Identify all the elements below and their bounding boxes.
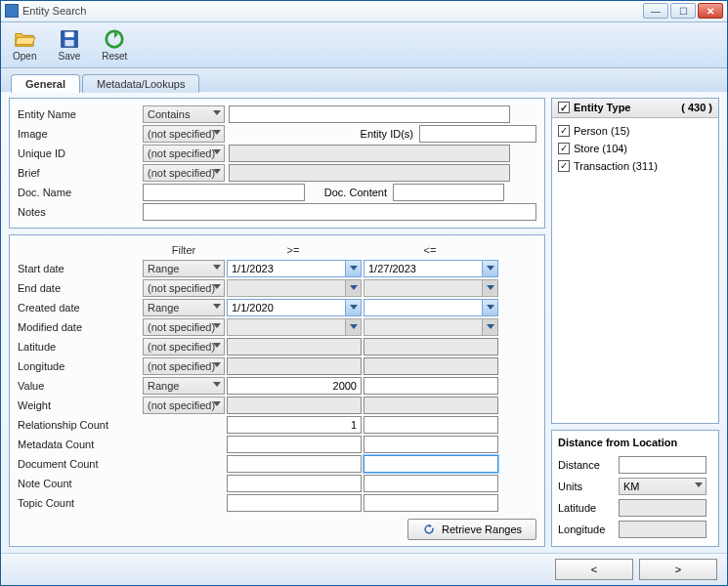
range-label: Created date	[18, 302, 143, 314]
chevron-down-icon	[213, 304, 221, 309]
num-le-input	[364, 397, 498, 414]
checkbox-icon[interactable]: ✓	[558, 160, 570, 172]
le-header: <=	[362, 244, 498, 256]
unique-id-filter[interactable]: (not specified)	[143, 145, 225, 162]
num-ge-input[interactable]	[227, 475, 362, 492]
date-ge-input[interactable]: 1/1/2020	[227, 299, 362, 316]
entity-type-item[interactable]: ✓Store (104)	[558, 140, 712, 157]
distance-label: Distance	[558, 459, 619, 471]
entity-ids-label: Entity ID(s)	[345, 128, 419, 140]
num-le-input[interactable]	[364, 377, 498, 395]
range-filter-select[interactable]: (not specified)	[143, 318, 225, 336]
chevron-down-icon[interactable]	[345, 300, 361, 315]
date-le-input	[364, 279, 498, 297]
entity-type-count: ( 430 )	[681, 102, 712, 113]
num-le-input[interactable]	[364, 494, 498, 512]
entity-ids-input[interactable]	[419, 125, 536, 143]
entity-name-filter[interactable]: Contains	[143, 105, 225, 123]
entity-type-all-checkbox[interactable]: ✓	[558, 102, 570, 113]
range-label: Document Count	[18, 458, 143, 470]
doc-name-input[interactable]	[143, 184, 305, 201]
range-filter-select[interactable]: Range	[143, 260, 225, 277]
left-column: Entity Name Contains Image (not specifie…	[9, 98, 545, 547]
range-label: Modified date	[18, 321, 143, 333]
folder-open-icon	[14, 28, 35, 50]
range-header: Filter >= <=	[18, 241, 536, 259]
range-label: Value	[18, 380, 143, 392]
entity-type-header: ✓ Entity Type ( 430 )	[552, 99, 718, 118]
num-ge-input[interactable]	[227, 377, 362, 395]
save-button[interactable]: Save	[52, 26, 86, 63]
date-ge-input[interactable]: 1/1/2023	[227, 260, 362, 277]
distance-input[interactable]	[619, 456, 707, 474]
num-le-input[interactable]	[364, 436, 498, 453]
chevron-down-icon[interactable]	[482, 300, 497, 315]
entity-name-input[interactable]	[229, 105, 510, 123]
open-label: Open	[13, 51, 36, 62]
brief-label: Brief	[18, 167, 143, 179]
window-title: Entity Search	[22, 5, 643, 17]
num-ge-input[interactable]	[227, 494, 362, 512]
chevron-down-icon[interactable]	[482, 261, 497, 276]
notes-label: Notes	[18, 206, 143, 218]
maximize-button[interactable]: ☐	[670, 3, 696, 19]
num-ge-input	[227, 397, 362, 414]
chevron-down-icon	[213, 130, 221, 135]
range-label: Note Count	[18, 478, 143, 489]
date-le-input[interactable]	[364, 299, 498, 316]
brief-filter[interactable]: (not specified)	[143, 164, 225, 182]
refresh-icon	[422, 523, 436, 536]
tab-metadata-lookups[interactable]: Metadata/Lookups	[82, 74, 200, 93]
range-filter-select[interactable]: (not specified)	[143, 279, 225, 297]
filter-header: Filter	[143, 244, 225, 256]
date-le-input[interactable]: 1/27/2023	[364, 260, 498, 277]
num-ge-input[interactable]	[227, 455, 362, 473]
doc-name-label: Doc. Name	[18, 187, 143, 198]
range-filter-select[interactable]: Range	[143, 299, 225, 316]
date-ge-input	[227, 318, 362, 336]
notes-input[interactable]	[143, 203, 536, 221]
image-filter[interactable]: (not specified)	[143, 125, 225, 143]
entity-type-item[interactable]: ✓Transaction (311)	[558, 157, 712, 175]
distance-title: Distance from Location	[558, 437, 712, 448]
checkbox-icon[interactable]: ✓	[558, 125, 570, 137]
num-le-input[interactable]	[364, 455, 498, 473]
range-label: Topic Count	[18, 497, 143, 509]
open-button[interactable]: Open	[7, 26, 42, 63]
chevron-down-icon	[213, 343, 221, 348]
range-row-topic_count: Topic Count	[18, 493, 536, 513]
entity-type-item[interactable]: ✓Person (15)	[558, 122, 712, 140]
num-ge-input[interactable]	[227, 436, 362, 453]
range-row-meta_count: Metadata Count	[18, 435, 536, 454]
range-filter-select[interactable]: Range	[143, 377, 225, 395]
dist-latitude-label: Latitude	[558, 502, 619, 514]
range-filter-select[interactable]: (not specified)	[143, 357, 225, 375]
prev-button[interactable]: <	[555, 559, 633, 580]
range-filter-select[interactable]: (not specified)	[143, 397, 225, 414]
range-filter-select[interactable]: (not specified)	[143, 338, 225, 356]
tab-general[interactable]: General	[11, 74, 80, 93]
chevron-down-icon[interactable]	[345, 261, 361, 276]
range-row-created_date: Created dateRange1/1/2020	[18, 298, 536, 317]
chevron-down-icon	[213, 169, 221, 174]
num-le-input[interactable]	[364, 416, 498, 434]
entity-type-item-label: Person (15)	[574, 125, 629, 137]
chevron-down-icon	[345, 280, 361, 296]
chevron-down-icon	[213, 110, 221, 115]
doc-content-input[interactable]	[393, 184, 504, 201]
num-le-input[interactable]	[364, 475, 498, 492]
entity-type-item-label: Store (104)	[574, 143, 627, 154]
date-ge-input	[227, 279, 362, 297]
num-ge-input[interactable]	[227, 416, 362, 434]
num-ge-input	[227, 357, 362, 375]
range-label: Relationship Count	[18, 419, 143, 431]
retrieve-ranges-button[interactable]: Retrieve Ranges	[407, 519, 536, 540]
minimize-button[interactable]: —	[643, 3, 668, 19]
entity-type-panel: ✓ Entity Type ( 430 ) ✓Person (15)✓Store…	[551, 98, 719, 424]
units-select[interactable]: KM	[619, 478, 707, 495]
ge-header: >=	[225, 244, 362, 256]
next-button[interactable]: >	[639, 559, 717, 580]
reset-button[interactable]: Reset	[96, 26, 133, 63]
close-button[interactable]: ✕	[698, 3, 723, 19]
checkbox-icon[interactable]: ✓	[558, 143, 570, 154]
